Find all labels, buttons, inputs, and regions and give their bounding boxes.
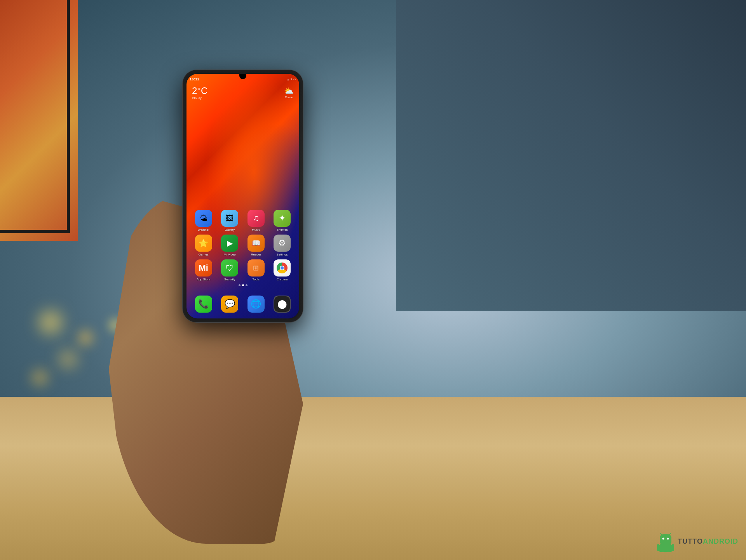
watermark-text: TUTTOANDROID <box>678 537 738 546</box>
page-dot-1 <box>239 284 241 286</box>
app-item-music[interactable]: ♫ Music <box>245 210 267 231</box>
weather-location: ⛅ Cuneo <box>284 86 294 99</box>
settings-app-label: Settings <box>277 253 288 256</box>
svg-rect-9 <box>661 551 664 552</box>
dock-messages[interactable]: 💬 <box>221 296 238 313</box>
status-time: 16:12 <box>190 77 200 81</box>
chrome-app-label: Chrome <box>277 278 288 281</box>
phone-dock-icon: 📞 <box>195 296 212 313</box>
mivideo-app-label: Mi Video <box>224 253 236 256</box>
page-dot-3 <box>246 284 248 286</box>
tools-app-icon: ⊞ <box>248 259 265 277</box>
gallery-app-label: Gallery <box>225 228 235 231</box>
appstore-app-icon: Mi <box>195 259 212 277</box>
security-app-icon: 🛡 <box>221 259 238 277</box>
svg-point-5 <box>667 538 669 540</box>
camera-dock-icon: ⬤ <box>274 296 291 313</box>
battery-icon: ▭ <box>293 78 296 81</box>
chrome-app-icon <box>274 259 291 277</box>
app-item-gallery[interactable]: 🖼 Gallery <box>219 210 241 231</box>
page-indicator <box>190 284 295 286</box>
music-app-label: Music <box>252 228 260 231</box>
app-item-mivideo[interactable]: ▶ Mi Video <box>219 235 241 256</box>
svg-rect-6 <box>660 544 671 552</box>
app-item-security[interactable]: 🛡 Security <box>219 259 241 281</box>
tools-app-label: Tools <box>252 278 260 281</box>
weather-app-label: Weather <box>198 228 209 231</box>
android-logo-icon <box>656 531 675 552</box>
dock-browser[interactable]: 🌐 <box>248 296 265 313</box>
mivideo-app-icon: ▶ <box>221 235 238 252</box>
bokeh-light <box>39 311 62 334</box>
bg-art-frame <box>0 0 70 233</box>
app-item-weather[interactable]: 🌤 Weather <box>193 210 214 231</box>
security-app-label: Security <box>224 278 235 281</box>
app-item-settings[interactable]: ⚙ Settings <box>271 235 293 256</box>
settings-app-icon: ⚙ <box>274 235 291 252</box>
weather-city: Cuneo <box>284 96 294 99</box>
dock-phone[interactable]: 📞 <box>195 296 212 313</box>
watermark: TUTTOANDROID <box>656 531 738 552</box>
app-row-3: Mi App Store 🛡 Security ⊞ Tools <box>190 259 295 281</box>
games-app-icon: ⭐ <box>195 235 212 252</box>
weather-app-icon: 🌤 <box>195 210 212 227</box>
weather-widget: 2°C Cloudy <box>192 86 207 100</box>
svg-rect-8 <box>672 544 674 551</box>
games-app-label: Games <box>199 253 209 256</box>
gallery-app-icon: 🖼 <box>221 210 238 227</box>
app-item-reader[interactable]: 📖 Reader <box>245 235 267 256</box>
browser-dock-icon: 🌐 <box>248 296 265 313</box>
app-row-2: ⭐ Games ▶ Mi Video 📖 Reader ⚙ Settings <box>190 235 295 256</box>
app-item-games[interactable]: ⭐ Games <box>193 235 214 256</box>
page-dot-2 <box>242 284 244 286</box>
appstore-app-label: App Store <box>197 278 211 281</box>
wifi-icon: ▾ <box>291 78 292 81</box>
app-row-1: 🌤 Weather 🖼 Gallery ♫ Music ✦ Themes <box>190 210 295 231</box>
themes-app-label: Themes <box>277 228 288 231</box>
bokeh-light <box>31 369 49 386</box>
weather-condition: Cloudy <box>192 96 207 100</box>
bg-upper-right <box>396 0 746 311</box>
app-item-tools[interactable]: ⊞ Tools <box>245 259 267 281</box>
themes-app-icon: ✦ <box>274 210 291 227</box>
phone-body: 16:12 ▲ ▾ ▭ 2°C Cloudy ⛅ Cuneo <box>183 70 303 322</box>
app-grid: 🌤 Weather 🖼 Gallery ♫ Music ✦ Themes <box>190 210 295 289</box>
bokeh-light <box>78 330 93 346</box>
phone-screen: 16:12 ▲ ▾ ▭ 2°C Cloudy ⛅ Cuneo <box>186 74 299 318</box>
status-icons: ▲ ▾ ▭ <box>287 78 296 81</box>
signal-icon: ▲ <box>287 78 289 81</box>
bokeh-light <box>58 350 78 369</box>
bg-table <box>0 397 746 560</box>
phone: 16:12 ▲ ▾ ▭ 2°C Cloudy ⛅ Cuneo <box>183 70 303 322</box>
reader-app-label: Reader <box>251 253 261 256</box>
weather-cloud-icon: ⛅ <box>284 86 294 96</box>
watermark-prefix: TUTTO <box>678 537 703 545</box>
weather-temperature: 2°C <box>192 86 207 96</box>
app-item-chrome[interactable]: Chrome <box>271 259 293 281</box>
dock-camera[interactable]: ⬤ <box>274 296 291 313</box>
music-app-icon: ♫ <box>248 210 265 227</box>
messages-dock-icon: 💬 <box>221 296 238 313</box>
reader-app-icon: 📖 <box>248 235 265 252</box>
app-dock: 📞 💬 🌐 ⬤ <box>190 293 295 315</box>
status-bar: 16:12 ▲ ▾ ▭ <box>190 75 296 83</box>
svg-point-4 <box>662 538 664 540</box>
app-item-themes[interactable]: ✦ Themes <box>271 210 293 231</box>
chrome-inner-icon <box>280 266 284 270</box>
chrome-circle-icon <box>277 263 288 273</box>
app-item-appstore[interactable]: Mi App Store <box>193 259 214 281</box>
svg-rect-10 <box>667 551 670 552</box>
svg-rect-7 <box>657 544 659 551</box>
watermark-brand: ANDROID <box>703 537 738 545</box>
